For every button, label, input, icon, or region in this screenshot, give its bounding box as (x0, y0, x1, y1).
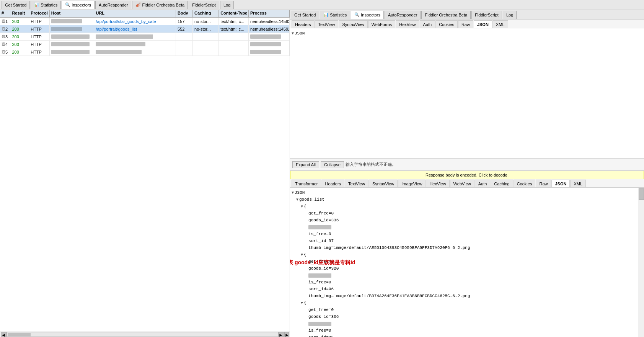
scroll-corner: ► (284, 332, 289, 337)
inspectors-right-btn[interactable]: 🔍 Inspectors (351, 11, 384, 19)
table-row[interactable]: 🖼 1 200 HTTP /api/portrait/star_goods_by… (0, 18, 290, 25)
session-caching (193, 33, 219, 40)
auto-responder-btn[interactable]: AutoResponder (95, 1, 131, 9)
bottom-tab-hexview[interactable]: HexView (426, 180, 449, 187)
collapse-btn[interactable]: Collapse (321, 161, 344, 168)
get-started-btn[interactable]: Get Started (2, 1, 30, 9)
json-line-goodsid1: ▷ goods_id=320 (305, 265, 635, 272)
session-content (219, 41, 249, 48)
json-line-isfree0: ▷ is_free=0 (305, 231, 635, 237)
bottom-tab-xml[interactable]: XML (570, 180, 586, 187)
tab-xml[interactable]: XML (492, 20, 508, 28)
session-body: 552 (176, 25, 193, 33)
session-body (176, 48, 193, 56)
table-row[interactable]: 🖼 2 200 HTTP /api/portrait/goods_list 55… (0, 25, 290, 33)
tab-webforms[interactable]: WebForms (368, 20, 396, 28)
session-url (94, 48, 176, 56)
response-banner[interactable]: Response body is encoded. Click to decod… (290, 171, 644, 179)
session-icon: 🖼 (2, 50, 5, 54)
tab-headers[interactable]: Headers (292, 20, 315, 28)
top-inspector-tabs: Headers TextView SyntaxView WebForms Hex… (290, 20, 644, 28)
tab-raw[interactable]: Raw (458, 20, 473, 28)
bottom-tab-json[interactable]: JSON (551, 180, 570, 187)
json-line-blurred0: ▷ (305, 224, 635, 231)
json-tree: ▼ JSON ▼ goods_list ▼ { ▷ (290, 188, 644, 337)
session-process (249, 41, 290, 48)
scrollbar-thumb[interactable] (639, 188, 644, 200)
main-layout: # Result Protocol Host URL Body Caching … (0, 10, 644, 337)
session-icon: 🖼 (2, 42, 5, 46)
session-content: text/html; c... (219, 18, 249, 25)
session-host (50, 25, 95, 33)
json-line-thumb0: ▷ thumb_img=image/default/AE501094393C45… (305, 244, 635, 251)
session-content: text/html; c... (219, 25, 249, 33)
bottom-tab-imageview[interactable]: ImageView (398, 180, 426, 187)
fiddler-orchestra-btn[interactable]: 🎻 Fiddler Orchestra Beta (132, 1, 188, 9)
left-panel: # Result Protocol Host URL Body Caching … (0, 10, 290, 337)
json-root-label: JSON (295, 31, 305, 36)
tab-auth[interactable]: Auth (420, 20, 435, 28)
statistics-right-btn[interactable]: 📊 Statistics (320, 11, 350, 19)
horizontal-thumb[interactable] (8, 333, 31, 337)
expand-all-btn[interactable]: Expand All (292, 161, 319, 168)
json-line-isfree2: ▷ is_free=0 (305, 327, 635, 334)
table-row[interactable]: 🖼 4 200 HTTP (0, 41, 290, 48)
right-toolbar: Get Started 📊 Statistics 🔍 Inspectors Au… (290, 10, 644, 20)
session-result: 200 (10, 41, 29, 48)
right-panel: Get Started 📊 Statistics 🔍 Inspectors Au… (290, 10, 644, 337)
tab-hexview[interactable]: HexView (396, 20, 419, 28)
json-line-getfree2: ▷ get_free=0 (305, 306, 635, 313)
tab-syntaxview[interactable]: SyntaxView (339, 20, 367, 28)
horizontal-track[interactable] (7, 332, 278, 337)
session-protocol: HTTP (29, 48, 50, 56)
bottom-tab-transformer[interactable]: Transformer (292, 180, 321, 187)
scroll-left-btn[interactable]: ◄ (1, 332, 7, 337)
bottom-tab-auth[interactable]: Auth (475, 180, 491, 187)
vertical-scrollbar[interactable] (638, 188, 644, 337)
bottom-tab-cookies[interactable]: Cookies (514, 180, 536, 187)
session-url (94, 33, 176, 40)
bottom-tab-headers[interactable]: Headers (322, 180, 345, 187)
table-row[interactable]: 🖼 5 200 HTTP (0, 48, 290, 56)
bottom-tab-caching[interactable]: Caching (491, 180, 513, 187)
json-line-blurred1: ▷ (305, 272, 635, 279)
bottom-tab-raw[interactable]: Raw (536, 180, 551, 187)
json-collapse-icon[interactable]: ▼ (292, 31, 294, 36)
col-header-content: Content-Type (219, 10, 249, 17)
fiddler-script-right-btn[interactable]: FiddlerScript (471, 11, 502, 19)
session-num: 🖼 4 (0, 41, 10, 48)
inspectors-btn[interactable]: 🔍 Inspectors (62, 1, 95, 9)
table-row[interactable]: 🖼 3 200 HTTP (0, 33, 290, 41)
session-caching: no-stor... (193, 25, 219, 33)
session-result: 200 (10, 48, 29, 56)
json-content: ▼ JSON ▼ goods_list ▼ { ▷ (292, 189, 642, 337)
log-btn[interactable]: Log (220, 1, 234, 9)
fiddler-script-btn[interactable]: FiddlerScript (189, 1, 219, 9)
session-caching: no-stor... (193, 18, 219, 25)
tab-textview[interactable]: TextView (315, 20, 339, 28)
session-process: nemuheadless:14592 (249, 18, 290, 25)
session-body (176, 33, 193, 40)
fiddler-orchestra-right-btn[interactable]: Fiddler Orchestra Beta (421, 11, 471, 19)
bottom-tab-webview[interactable]: WebView (450, 180, 474, 187)
tab-cookies[interactable]: Cookies (435, 20, 458, 28)
auto-responder-right-btn[interactable]: AutoResponder (385, 11, 421, 19)
session-icon: 🖼 (2, 27, 5, 31)
get-started-right-btn[interactable]: Get Started (291, 11, 319, 19)
left-horizontal-scrollbar[interactable]: ◄ ► ► (0, 331, 290, 337)
scroll-right-btn[interactable]: ► (278, 332, 284, 337)
col-header-process: Process (249, 10, 290, 17)
session-num: 🖼 2 (0, 25, 10, 33)
json-top-area: ▼ JSON (290, 28, 644, 159)
statistics-btn[interactable]: 📊 Statistics (31, 1, 61, 9)
bottom-tab-textview[interactable]: TextView (345, 180, 368, 187)
col-header-num: # (0, 10, 10, 17)
tab-json[interactable]: JSON (474, 20, 492, 28)
json-line-goodslist: ▼ goods_list (296, 196, 635, 203)
json-line-item1: ▼ { (301, 251, 635, 258)
session-list-header: # Result Protocol Host URL Body Caching … (0, 10, 290, 18)
session-host (50, 41, 95, 48)
session-process: nemuheadless:14592 (249, 25, 290, 33)
bottom-tab-syntaxview[interactable]: SyntaxView (369, 180, 398, 187)
log-right-btn[interactable]: Log (503, 11, 517, 19)
